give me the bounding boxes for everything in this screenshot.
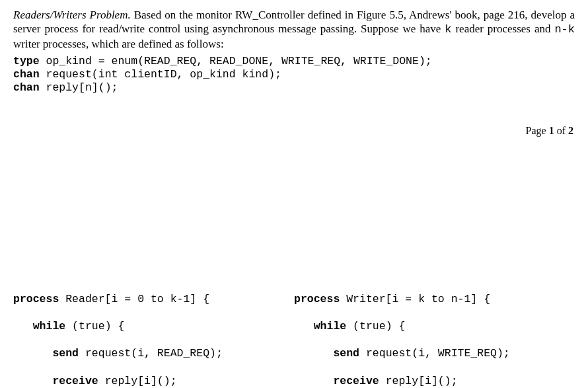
reader-line-4-rest: reply[i](); — [98, 375, 177, 387]
reader-line-3: send request(i, READ_REQ); — [13, 347, 294, 361]
keyword-type: type — [13, 55, 40, 67]
inline-code-nk: n-k — [554, 23, 575, 36]
page-indicator: Page 1 of 2 — [13, 125, 575, 137]
decl-line-1-rest: op_kind = enum(READ_REQ, READ_DONE, WRIT… — [40, 55, 432, 67]
reader-line-2: while (true) { — [13, 320, 294, 334]
writer-line-2-rest: (true) { — [346, 320, 405, 332]
reader-process-block: process Reader[i = 0 to k-1] { while (tr… — [13, 279, 294, 388]
writer-line-3-rest: request(i, WRITE_REQ); — [359, 347, 510, 360]
keyword-receive-w: receive — [294, 375, 379, 387]
keyword-process: process — [13, 293, 59, 305]
page-indicator-mid: of — [554, 125, 568, 136]
document-page: Readers/Writers Problem. Based on the mo… — [0, 0, 588, 388]
reader-line-1-rest: Reader[i = 0 to k-1] { — [59, 293, 209, 305]
writer-line-1-rest: Writer[i = k to n-1] { — [340, 293, 490, 305]
problem-text-2: reader processes and — [452, 22, 555, 35]
reader-line-3-rest: request(i, READ_REQ); — [79, 347, 223, 360]
writer-line-2: while (true) { — [294, 320, 575, 334]
declarations-block: type op_kind = enum(READ_REQ, READ_DONE,… — [13, 55, 575, 95]
writer-line-4: receive reply[i](); — [294, 375, 575, 389]
writer-line-3: send request(i, WRITE_REQ); — [294, 347, 575, 361]
decl-line-3-rest: reply[n](); — [40, 81, 118, 94]
reader-line-2-rest: (true) { — [65, 320, 124, 332]
keyword-process-w: process — [294, 293, 340, 305]
problem-text-3: writer processes, which are defined as f… — [13, 38, 224, 50]
page-indicator-current: 1 — [549, 125, 554, 136]
decl-line-1: type op_kind = enum(READ_REQ, READ_DONE,… — [13, 55, 575, 68]
problem-paragraph: Readers/Writers Problem. Based on the mo… — [13, 8, 575, 51]
page-gap — [13, 137, 575, 279]
reader-line-4: receive reply[i](); — [13, 375, 294, 389]
keyword-chan-1: chan — [13, 68, 40, 81]
reader-line-1: process Reader[i = 0 to k-1] { — [13, 293, 294, 307]
writer-process-block: process Writer[i = k to n-1] { while (tr… — [294, 279, 575, 388]
writer-line-4-rest: reply[i](); — [379, 375, 458, 387]
keyword-chan-2: chan — [13, 81, 40, 94]
problem-title: Readers/Writers Problem. — [13, 9, 131, 21]
keyword-while-w: while — [294, 320, 346, 332]
decl-line-2: chan request(int clientID, op_kind kind)… — [13, 68, 575, 81]
page-indicator-prefix: Page — [526, 125, 549, 136]
keyword-receive: receive — [13, 375, 98, 387]
code-columns: process Reader[i = 0 to k-1] { while (tr… — [13, 279, 575, 388]
keyword-send: send — [13, 347, 79, 360]
decl-line-3: chan reply[n](); — [13, 81, 575, 95]
keyword-while: while — [13, 320, 65, 332]
page-indicator-total: 2 — [568, 125, 573, 136]
keyword-send-w: send — [294, 347, 359, 360]
writer-line-1: process Writer[i = k to n-1] { — [294, 293, 575, 307]
inline-code-k: k — [445, 23, 451, 36]
decl-line-2-rest: request(int clientID, op_kind kind); — [40, 68, 281, 81]
